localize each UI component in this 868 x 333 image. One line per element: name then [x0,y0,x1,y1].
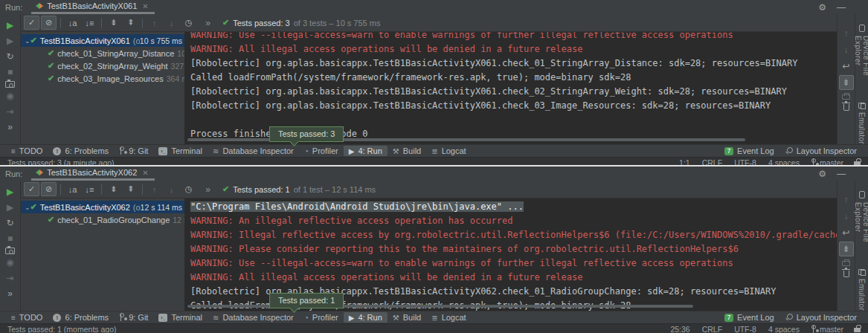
gear-icon[interactable]: ⚙ [818,169,826,179]
collapse-all-button[interactable]: ⇞ [123,182,138,196]
separator[interactable] [101,184,102,195]
toolwindow-git-button[interactable]: 9: Git [114,312,153,323]
previous-failed-test-button[interactable]: ↑ [147,182,162,196]
caret-position[interactable]: 1:1 [679,158,690,167]
toolwindow-terminal-button[interactable]: ›_ Terminal [153,146,208,156]
more-toolbar-icon[interactable]: » [0,285,20,301]
layout-inspector-button[interactable]: Layout Inspector [779,312,862,323]
git-branch-widget[interactable]: master [811,325,843,333]
line-separator-widget[interactable]: CRLF [702,325,722,333]
toolwindow-todo-button[interactable]: ≡ TODO [6,312,48,323]
rerun-failed-tests-button[interactable]: ▶ [0,33,20,48]
toolwindow-git-button[interactable]: 9: Git [114,146,153,156]
test-history-button[interactable]: ◷ [181,182,196,196]
close-icon[interactable]: ✕ [142,169,148,177]
test-tree-row[interactable]: ✔ check_01_RadioGroupChange 12 s 114 ms [21,213,184,226]
close-icon[interactable]: ✕ [142,2,148,10]
toolwindow-problems-button[interactable]: ! 6: Problems [48,146,114,156]
scroll-to-end-button[interactable]: ⇟ [839,242,854,256]
test-tree-row[interactable]: ⌄ ✔ TestB1BasicActivityX062 (org.aplas.t… [21,201,184,213]
next-failed-test-button[interactable]: ↓ [164,182,179,196]
test-tree-row[interactable]: ✔ check_02_StringArray_Weight 327 ms [21,59,184,72]
screenshot-button[interactable] [5,248,15,254]
toolwindow-profiler-button[interactable]: ◔ Profiler [299,146,344,156]
chevron-down-icon[interactable]: ⌄ [25,204,30,211]
hide-window-icon[interactable]: — [837,169,846,179]
toolwindow-run-button[interactable]: ▶ 4: Run [344,146,388,156]
import-test-results-button[interactable]: ⇥ [0,270,20,285]
screen-record-button[interactable]: ◉ [0,88,20,103]
print-button[interactable] [842,261,850,266]
event-log-button[interactable]: 7 Event Log [719,146,779,156]
run-tab-x061[interactable]: TestB1BasicActivityX061 ✕ [31,0,154,14]
test-history-button[interactable]: ◷ [181,16,196,30]
toolwindow-run-button[interactable]: ▶ 4: Run [344,312,388,323]
clear-all-button[interactable] [843,104,849,111]
test-tree-row[interactable]: ✔ check_01_StringArray_Distance 10 s 64 … [21,47,184,59]
rerun-failed-tests-button[interactable]: ▶ [0,199,20,215]
tool-stripe-device-file-explorer[interactable]: Device File Explorer [854,36,868,92]
sort-alphabetically-button[interactable]: ↓a [65,182,80,196]
chevron-down-icon[interactable]: ⌄ [25,37,30,45]
toolwindow-logcat-button[interactable]: ≣ Logcat [426,312,471,323]
scroll-down-button[interactable]: ↓ [839,209,854,224]
toolwindow-database-inspector-button[interactable]: ≋ Database Inspector [208,146,299,156]
unlocked-icon[interactable] [854,161,861,166]
tool-stripe-emulator[interactable]: Emulator [858,279,866,311]
show-passed-button[interactable]: ✓ [24,16,39,30]
encoding-widget[interactable]: UTF-8 [734,325,756,333]
collapse-all-button[interactable]: ⇞ [123,16,138,30]
layout-inspector-button[interactable]: Layout Inspector [779,146,862,156]
toolwindow-logcat-button[interactable]: ≣ Logcat [426,146,471,156]
git-branch-widget[interactable]: master [811,158,843,167]
expand-all-button[interactable]: ⇟ [106,16,121,30]
sort-by-duration-button[interactable]: ↓≡ [82,182,97,196]
toolwindow-database-inspector-button[interactable]: ≋ Database Inspector [208,312,299,323]
test-tree-row[interactable]: ✔ check_03_Image_Resources 364 ms [21,72,184,85]
more-toolbar-icon[interactable]: » [0,119,20,135]
run-tab-x062[interactable]: TestB1BasicActivityX062 ✕ [31,166,154,181]
unlocked-icon[interactable] [854,328,861,332]
toolwindow-build-button[interactable]: ⚒ Build [388,146,426,156]
rerun-tests-button[interactable]: ▶ [0,184,20,199]
stop-button[interactable]: ■ [0,230,20,246]
toolwindow-profiler-button[interactable]: ◔ Profiler [299,312,344,323]
separator[interactable] [142,18,143,28]
separator[interactable] [60,184,61,195]
screenshot-button[interactable] [5,81,15,88]
caret-position[interactable]: 25:36 [670,325,689,333]
soft-wrap-button[interactable]: ↩ [839,59,854,74]
sort-alphabetically-button[interactable]: ↓a [65,16,80,30]
separator[interactable] [60,18,61,28]
test-tree-row[interactable]: ⌄ ✔ TestB1BasicActivityX061 (org.aplas.t… [21,34,184,47]
clear-all-button[interactable] [843,271,849,277]
horizontal-scrollbar[interactable] [187,305,693,308]
encoding-widget[interactable]: UTF-8 [734,158,756,167]
tool-stripe-device-file-explorer[interactable]: Device File Explorer [854,202,868,259]
show-ignored-button[interactable]: ⊘ [41,182,57,196]
indent-widget[interactable]: 4 spaces [768,158,800,167]
show-passed-button[interactable]: ✓ [24,182,39,196]
stop-button[interactable]: ■ [0,64,20,80]
import-test-results-button[interactable]: ⇥ [0,103,20,119]
toolwindow-todo-button[interactable]: ≡ TODO [6,146,48,156]
toolwindow-terminal-button[interactable]: ›_ Terminal [153,312,208,323]
tool-stripe-emulator[interactable]: Emulator [858,112,866,144]
more-actions-icon[interactable]: » [200,182,216,196]
scroll-down-button[interactable]: ↓ [839,42,854,57]
indent-widget[interactable]: 4 spaces [768,325,800,333]
gear-icon[interactable]: ⚙ [818,2,826,13]
next-failed-test-button[interactable]: ↓ [164,16,179,30]
toolwindow-problems-button[interactable]: ! 6: Problems [48,312,114,323]
more-actions-icon[interactable]: » [200,16,216,30]
screen-record-button[interactable]: ◉ [0,254,20,270]
toolwindow-build-button[interactable]: ⚒ Build [388,312,426,323]
hide-window-icon[interactable]: — [837,2,846,13]
separator[interactable] [101,18,102,28]
sort-by-duration-button[interactable]: ↓≡ [82,16,97,30]
soft-wrap-button[interactable]: ↩ [839,225,854,240]
expand-all-button[interactable]: ⇟ [106,182,121,196]
previous-failed-test-button[interactable]: ↑ [147,16,162,30]
print-button[interactable] [842,94,850,100]
show-ignored-button[interactable]: ⊘ [41,16,57,30]
